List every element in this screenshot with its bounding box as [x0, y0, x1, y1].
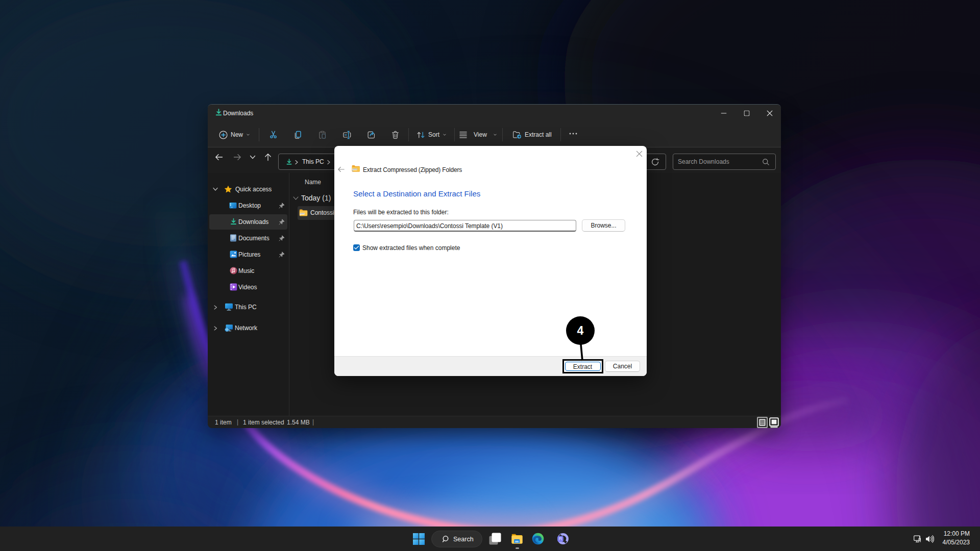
svg-text:R: R: [559, 536, 562, 541]
svg-text:4: 4: [577, 324, 584, 337]
